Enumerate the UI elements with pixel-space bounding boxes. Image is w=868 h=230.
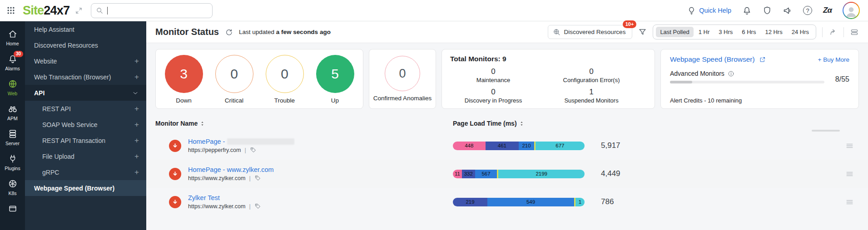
sidebar-item-website[interactable]: Website+	[25, 53, 146, 69]
monitor-name-link[interactable]: Zylker Test	[188, 194, 261, 201]
add-monitor-plus-icon[interactable]: +	[134, 152, 139, 161]
time-range-1-hr[interactable]: 1 Hr	[694, 27, 714, 37]
advanced-monitors-usage: 8/55	[835, 75, 849, 83]
avatar[interactable]	[843, 2, 860, 19]
monitor-name-link[interactable]: HomePage - www.zylker.com	[188, 166, 274, 173]
row-menu-button[interactable]	[840, 142, 859, 150]
zia-icon[interactable]: Zα	[823, 6, 832, 15]
page-load-bar-cell: 448461210677	[453, 142, 589, 150]
state-value: 0	[536, 67, 646, 76]
sidebar-item-help-assistant[interactable]: Help Assistant	[25, 21, 146, 37]
monitor-state-grid: 0Maintenance0Configuration Error(s)0Disc…	[450, 67, 646, 104]
state-label: Discovery in Progress	[450, 97, 536, 104]
share-icon[interactable]	[828, 28, 838, 37]
rail-item-alarms[interactable]: 30Alarms	[0, 50, 25, 75]
status-summary-card: 3Down0Critical0Trouble5Up	[155, 49, 363, 109]
sidebar-item-file-upload[interactable]: File Upload+	[25, 148, 146, 164]
sidebar-item-rest-api-transaction[interactable]: REST API Transaction+	[25, 132, 146, 148]
sidebar-item-rest-api[interactable]: REST API+	[25, 101, 146, 117]
rail-item-web[interactable]: Web	[0, 75, 25, 100]
time-range-3-hrs[interactable]: 3 Hrs	[714, 27, 737, 37]
chevron-down-icon	[132, 89, 139, 97]
rail-item-home[interactable]: Home	[0, 25, 25, 50]
status-up[interactable]: 5Up	[316, 55, 354, 104]
monitor-url-line: https://www.zylker.com|	[188, 203, 261, 210]
shield-icon[interactable]	[763, 6, 772, 15]
column-monitor-name[interactable]: Monitor Name	[155, 120, 198, 127]
time-range-24-hrs[interactable]: 24 Hrs	[788, 27, 813, 37]
time-range-last-polled[interactable]: Last Polled	[656, 27, 693, 37]
time-range-6-hrs[interactable]: 6 Hrs	[738, 27, 760, 37]
status-count-circle: 3	[165, 55, 203, 93]
sidebar-item-api[interactable]: API	[25, 85, 146, 101]
tag-icon[interactable]	[250, 147, 257, 153]
discovered-resources-button[interactable]: Discovered Resources 10+	[548, 25, 633, 39]
status-trouble[interactable]: 0Trouble	[266, 55, 304, 104]
rail-item-plugins[interactable]: Plugins	[0, 150, 25, 175]
row-menu-button[interactable]	[840, 198, 859, 206]
add-monitor-plus-icon[interactable]: +	[134, 57, 139, 66]
bar-segment-cyan: 1	[575, 198, 585, 206]
sidebar-item-label: File Upload	[42, 153, 74, 160]
tag-icon[interactable]	[254, 203, 261, 210]
notifications-bell-icon[interactable]	[742, 6, 752, 15]
sidebar-item-discovered-resources[interactable]: Discovered Resources	[25, 37, 146, 53]
monitor-name-link[interactable]: HomePage -	[188, 138, 294, 145]
sort-icon[interactable]	[200, 121, 205, 127]
sidebar-item-grpc[interactable]: gRPC+	[25, 164, 146, 180]
search-input[interactable]	[111, 6, 208, 15]
site24x7-logo[interactable]: Site24x7	[23, 4, 69, 18]
bar-segment-cyan: 2199	[498, 170, 585, 178]
rail-item-apm[interactable]: APM	[0, 100, 25, 125]
table-row: HomePage - www.zylker.comhttps://www.zyl…	[146, 160, 868, 188]
add-monitor-plus-icon[interactable]: +	[134, 73, 139, 82]
webpage-speed-link[interactable]: Webpage Speed (Browser)	[670, 55, 766, 64]
status-label: Up	[331, 97, 339, 104]
time-range-12-hrs[interactable]: 12 Hrs	[761, 27, 786, 37]
column-page-load-time[interactable]: Page Load Time (ms)	[453, 120, 517, 127]
refresh-icon[interactable]	[225, 28, 233, 36]
tag-icon[interactable]	[254, 175, 261, 181]
sidebar-item-label: Webpage Speed (Browser)	[34, 185, 114, 192]
rail-item-server[interactable]: Server	[0, 125, 25, 150]
bar-segment-navy: 219	[453, 198, 487, 206]
buy-more-link[interactable]: + Buy More	[818, 56, 849, 63]
globe-icon	[8, 79, 18, 89]
filter-icon[interactable]	[638, 28, 647, 36]
sidebar-item-web-transaction-browser[interactable]: Web Transaction (Browser)+	[25, 69, 146, 85]
layout-rows-icon[interactable]	[850, 28, 859, 37]
status-critical[interactable]: 0Critical	[215, 55, 253, 104]
status-down[interactable]: 3Down	[165, 55, 203, 104]
app-grid-icon[interactable]	[6, 6, 15, 15]
last-updated-text: Last updated a few seconds ago	[239, 29, 331, 35]
sidebar-item-soap-web-service[interactable]: SOAP Web Service+	[25, 117, 146, 132]
lightbulb-icon	[687, 6, 696, 15]
sidebar-item-label: Web Transaction (Browser)	[34, 73, 111, 81]
row-menu-button[interactable]	[840, 170, 859, 178]
status-label: Critical	[225, 97, 243, 104]
sidebar-item-webpage-speed-browser[interactable]: Webpage Speed (Browser)	[25, 180, 146, 196]
quick-help-label: Quick Help	[699, 7, 731, 14]
page-load-total: 5,917	[589, 141, 840, 150]
quick-help-button[interactable]: Quick Help	[687, 6, 731, 15]
rail-item-k8s[interactable]: K8s	[0, 175, 25, 200]
expand-icon[interactable]	[75, 7, 83, 15]
confirmed-anomalies-card[interactable]: 0 Confirmed Anomalies	[369, 49, 436, 109]
monitor-table: Monitor Name Page Load Time (ms) HomePag…	[146, 114, 868, 230]
global-search[interactable]	[91, 3, 213, 18]
add-monitor-plus-icon[interactable]: +	[134, 104, 139, 113]
add-monitor-plus-icon[interactable]: +	[134, 136, 139, 145]
sort-icon[interactable]	[519, 121, 524, 127]
add-monitor-plus-icon[interactable]: +	[134, 120, 139, 129]
topbar: Site24x7 Quick Help ? Zα	[0, 0, 868, 21]
advanced-monitors-label: Advanced Monitors	[670, 70, 824, 77]
help-icon[interactable]: ?	[803, 6, 812, 15]
bar-segment-blue: 567	[475, 170, 497, 178]
monitor-state-discovery-in-progress: 0Discovery in Progress	[450, 88, 536, 104]
rail-item-browser[interactable]	[0, 200, 25, 219]
add-monitor-plus-icon[interactable]: +	[134, 168, 139, 177]
info-icon[interactable]	[728, 70, 734, 77]
announcements-megaphone-icon[interactable]	[783, 6, 792, 15]
status-down-icon	[169, 168, 181, 180]
table-row: Zylker Testhttps://www.zylker.com|219549…	[155, 188, 859, 216]
